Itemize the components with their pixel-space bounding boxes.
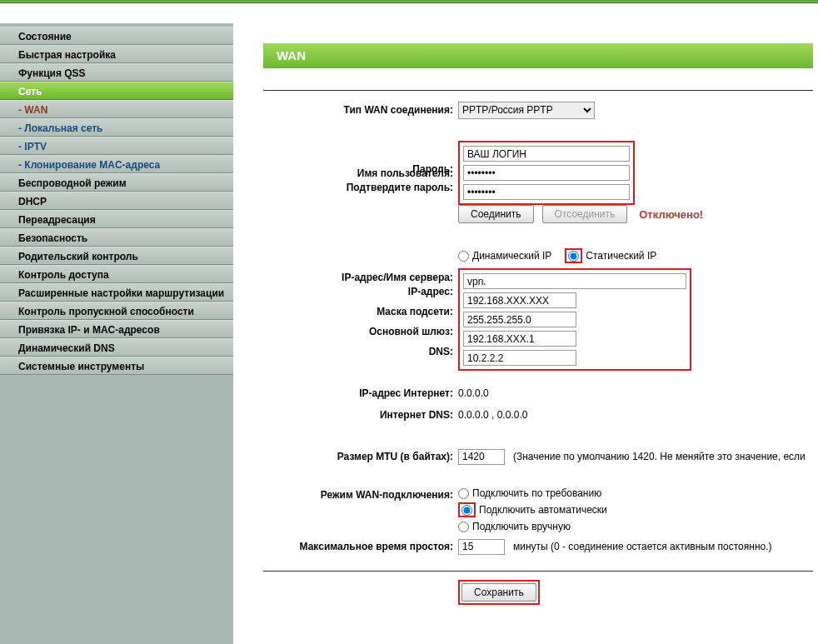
sidebar-item-network[interactable]: Сеть [0,82,233,100]
dns-input[interactable] [463,350,576,366]
dynamic-ip-label: Динамический IP [472,250,551,262]
confirm-password-label: Подтвердите пароль: [263,182,458,193]
gateway-input[interactable] [463,331,576,347]
save-highlight: Сохранить [458,580,540,605]
sidebar-item-wan[interactable]: - WAN [0,100,233,118]
wan-type-select[interactable]: PPTP/Россия PPTP [458,102,595,119]
password-label: Пароль: [263,163,458,175]
conn-auto-label: Подключить автоматически [479,504,607,516]
static-ip-highlight [565,248,582,263]
sidebar-item-security[interactable]: Безопасность [0,228,233,247]
page-title: WAN [263,43,813,68]
sidebar-item-forwarding[interactable]: Переадресация [0,210,233,228]
gateway-label: Основной шлюз: [263,326,458,337]
sidebar-item-ddns[interactable]: Динамический DNS [0,338,233,357]
save-button[interactable]: Сохранить [461,583,536,602]
mask-label: Маска подсети: [263,306,458,317]
sidebar-item-ip-mac-binding[interactable]: Привязка IP- и MAC-адресов [0,320,233,338]
server-input[interactable] [463,273,686,289]
sidebar-item-status[interactable]: Состояние [0,27,233,45]
conn-auto-highlight [458,502,476,517]
sidebar: Состояние Быстрая настройка Функция QSS … [0,23,233,644]
conn-demand-radio[interactable] [458,488,469,499]
password-input[interactable] [463,165,630,181]
ip-label: IP-адрес: [263,286,458,297]
sidebar-item-iptv[interactable]: - IPTV [0,137,233,155]
sidebar-item-advanced-routing[interactable]: Расширенные настройки маршрутизации [0,283,233,302]
sidebar-item-quick-setup[interactable]: Быстрая настройка [0,45,233,63]
sidebar-item-access-control[interactable]: Контроль доступа [0,265,233,283]
sidebar-item-bandwidth[interactable]: Контроль пропускной способности [0,302,233,320]
mtu-note: (Значение по умолчанию 1420. Не меняйте … [513,451,806,462]
username-input[interactable] [463,146,630,162]
idle-note: минуты (0 - соединение остается активным… [513,541,772,552]
internet-ip-label: IP-адрес Интернет: [263,387,458,399]
server-label: IP-адрес/Имя сервера: [263,268,458,283]
idle-input[interactable] [458,539,505,555]
conn-mode-label: Режим WAN-подключения: [263,487,458,501]
static-ip-radio[interactable] [568,251,579,262]
connection-status: Отключено! [639,208,703,221]
internet-ip-value: 0.0.0.0 [458,387,489,399]
sidebar-item-mac-clone[interactable]: - Клонирование MAC-адреса [0,155,233,173]
mask-input[interactable] [463,312,576,327]
confirm-password-input[interactable] [463,184,630,200]
connect-button[interactable]: Соединить [458,205,534,223]
dns-label: DNS: [263,346,458,357]
conn-manual-radio[interactable] [458,522,469,532]
conn-manual-label: Подключить вручную [472,521,571,532]
conn-auto-radio[interactable] [461,505,472,516]
internet-dns-value: 0.0.0.0 , 0.0.0.0 [458,409,527,421]
sidebar-item-dhcp[interactable]: DHCP [0,192,233,210]
content-area: WAN Тип WAN соединения: PPTP/Россия PPTP… [233,23,818,644]
sidebar-item-lan[interactable]: - Локальная сеть [0,118,233,137]
wan-type-label: Тип WAN соединения: [263,104,458,116]
idle-label: Максимальное время простоя: [263,541,458,552]
conn-demand-label: Подключить по требованию [472,487,601,499]
credentials-highlight [458,141,635,205]
disconnect-button[interactable]: Отсоединить [542,205,628,223]
sidebar-item-qss[interactable]: Функция QSS [0,63,233,82]
dynamic-ip-radio[interactable] [458,251,469,262]
internet-dns-label: Интернет DNS: [263,409,458,421]
sidebar-item-wireless[interactable]: Беспроводной режим [0,173,233,192]
ip-input[interactable] [463,292,576,308]
sidebar-item-system-tools[interactable]: Системные инструменты [0,357,233,375]
static-ip-label: Статический IP [586,250,656,262]
mtu-label: Размер MTU (в байтах): [263,451,458,462]
static-ip-highlight-box [458,268,691,371]
mtu-input[interactable] [458,449,505,465]
sidebar-item-parental[interactable]: Родительский контроль [0,247,233,265]
